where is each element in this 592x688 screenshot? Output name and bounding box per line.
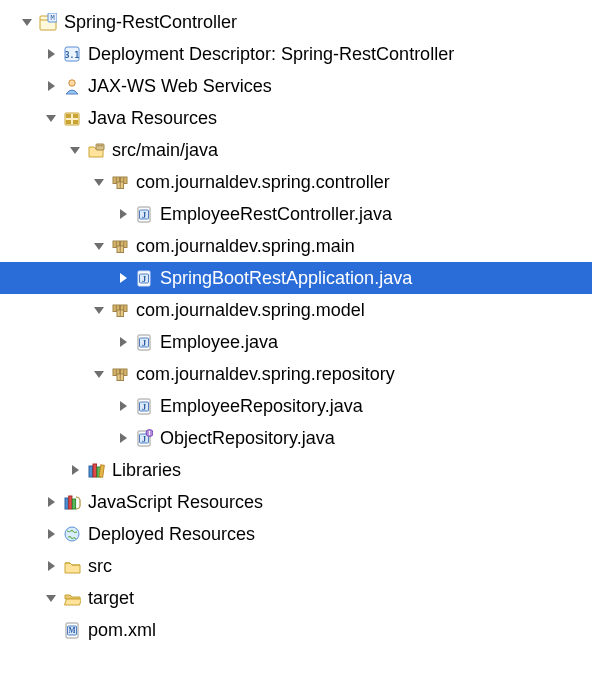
tree-item-package-model[interactable]: com.journaldev.spring.model bbox=[0, 294, 592, 326]
tree-item-label: SpringBootRestApplication.java bbox=[160, 262, 412, 294]
tree-item-label: Libraries bbox=[112, 454, 181, 486]
java-file-icon bbox=[134, 204, 154, 224]
tree-item-label: com.journaldev.spring.main bbox=[136, 230, 355, 262]
web-service-icon bbox=[62, 76, 82, 96]
deployed-resources-icon bbox=[62, 524, 82, 544]
tree-item-folder-src[interactable]: src bbox=[0, 550, 592, 582]
chevron-down-icon[interactable] bbox=[20, 15, 34, 29]
tree-item-java-file-selected[interactable]: SpringBootRestApplication.java bbox=[0, 262, 592, 294]
java-file-icon bbox=[134, 332, 154, 352]
tree-item-label: Spring-RestController bbox=[64, 6, 237, 38]
chevron-down-icon[interactable] bbox=[92, 367, 106, 381]
project-icon bbox=[38, 12, 58, 32]
tree-item-deployed-resources[interactable]: Deployed Resources bbox=[0, 518, 592, 550]
libraries-icon bbox=[86, 460, 106, 480]
chevron-down-icon[interactable] bbox=[44, 591, 58, 605]
spacer bbox=[44, 623, 58, 637]
folder-icon bbox=[62, 556, 82, 576]
tree-item-folder-target[interactable]: target bbox=[0, 582, 592, 614]
tree-item-source-folder[interactable]: src/main/java bbox=[0, 134, 592, 166]
chevron-down-icon[interactable] bbox=[92, 239, 106, 253]
package-icon bbox=[110, 172, 130, 192]
project-explorer-tree[interactable]: Spring-RestController Deployment Descrip… bbox=[0, 0, 592, 646]
tree-item-label: com.journaldev.spring.controller bbox=[136, 166, 390, 198]
tree-item-label: JavaScript Resources bbox=[88, 486, 263, 518]
tree-item-package-repository[interactable]: com.journaldev.spring.repository bbox=[0, 358, 592, 390]
tree-item-jaxws[interactable]: JAX-WS Web Services bbox=[0, 70, 592, 102]
tree-item-java-resources[interactable]: Java Resources bbox=[0, 102, 592, 134]
chevron-right-icon[interactable] bbox=[44, 47, 58, 61]
tree-item-label: com.journaldev.spring.repository bbox=[136, 358, 395, 390]
tree-item-label: EmployeeRestController.java bbox=[160, 198, 392, 230]
folder-open-icon bbox=[62, 588, 82, 608]
tree-item-deployment-descriptor[interactable]: Deployment Descriptor: Spring-RestContro… bbox=[0, 38, 592, 70]
tree-item-label: Deployment Descriptor: Spring-RestContro… bbox=[88, 38, 454, 70]
tree-item-project[interactable]: Spring-RestController bbox=[0, 6, 592, 38]
tree-item-java-file[interactable]: EmployeeRestController.java bbox=[0, 198, 592, 230]
java-file-icon bbox=[134, 396, 154, 416]
tree-item-java-file[interactable]: EmployeeRepository.java bbox=[0, 390, 592, 422]
java-resources-icon bbox=[62, 108, 82, 128]
chevron-down-icon[interactable] bbox=[92, 175, 106, 189]
chevron-right-icon[interactable] bbox=[44, 527, 58, 541]
chevron-down-icon[interactable] bbox=[44, 111, 58, 125]
tree-item-label: src bbox=[88, 550, 112, 582]
chevron-right-icon[interactable] bbox=[44, 79, 58, 93]
java-file-icon bbox=[134, 268, 154, 288]
tree-item-package-controller[interactable]: com.journaldev.spring.controller bbox=[0, 166, 592, 198]
chevron-down-icon[interactable] bbox=[68, 143, 82, 157]
tree-item-java-file[interactable]: Employee.java bbox=[0, 326, 592, 358]
js-resources-icon bbox=[62, 492, 82, 512]
chevron-right-icon[interactable] bbox=[44, 559, 58, 573]
tree-item-java-interface-file[interactable]: ObjectRepository.java bbox=[0, 422, 592, 454]
tree-item-label: pom.xml bbox=[88, 614, 156, 646]
chevron-right-icon[interactable] bbox=[116, 399, 130, 413]
tree-item-label: JAX-WS Web Services bbox=[88, 70, 272, 102]
tree-item-package-main[interactable]: com.journaldev.spring.main bbox=[0, 230, 592, 262]
package-icon bbox=[110, 300, 130, 320]
tree-item-label: Deployed Resources bbox=[88, 518, 255, 550]
chevron-down-icon[interactable] bbox=[92, 303, 106, 317]
chevron-right-icon[interactable] bbox=[68, 463, 82, 477]
deployment-descriptor-icon bbox=[62, 44, 82, 64]
package-icon bbox=[110, 364, 130, 384]
tree-item-libraries[interactable]: Libraries bbox=[0, 454, 592, 486]
tree-item-label: ObjectRepository.java bbox=[160, 422, 335, 454]
package-icon bbox=[110, 236, 130, 256]
tree-item-label: Employee.java bbox=[160, 326, 278, 358]
chevron-right-icon[interactable] bbox=[116, 271, 130, 285]
xml-file-icon bbox=[62, 620, 82, 640]
tree-item-label: EmployeeRepository.java bbox=[160, 390, 363, 422]
source-folder-icon bbox=[86, 140, 106, 160]
chevron-right-icon[interactable] bbox=[44, 495, 58, 509]
tree-item-label: target bbox=[88, 582, 134, 614]
tree-item-js-resources[interactable]: JavaScript Resources bbox=[0, 486, 592, 518]
chevron-right-icon[interactable] bbox=[116, 335, 130, 349]
chevron-right-icon[interactable] bbox=[116, 207, 130, 221]
tree-item-label: src/main/java bbox=[112, 134, 218, 166]
chevron-right-icon[interactable] bbox=[116, 431, 130, 445]
tree-item-pom-xml[interactable]: pom.xml bbox=[0, 614, 592, 646]
java-interface-file-icon bbox=[134, 428, 154, 448]
tree-item-label: Java Resources bbox=[88, 102, 217, 134]
tree-item-label: com.journaldev.spring.model bbox=[136, 294, 365, 326]
